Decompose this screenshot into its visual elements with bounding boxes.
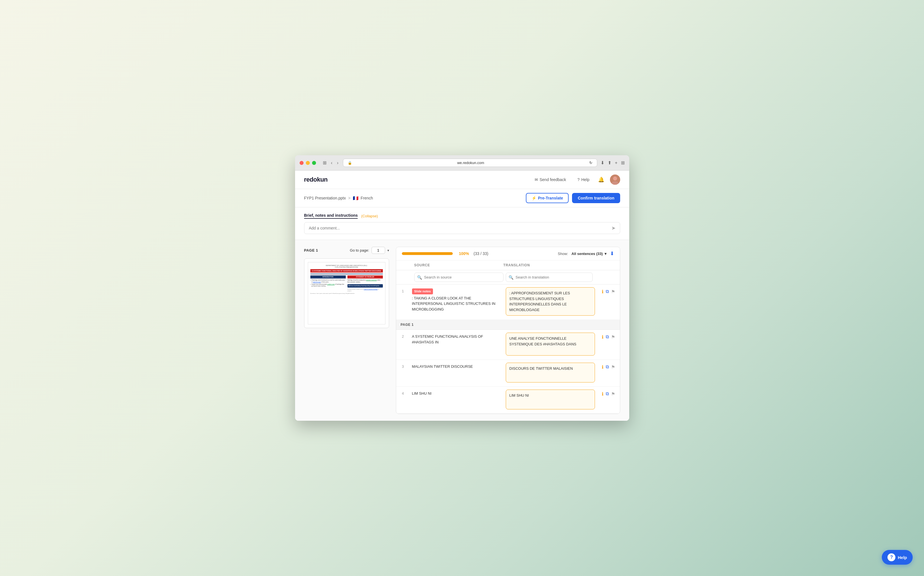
top-nav: redokun ✉ Send feedback ? Help 🔔 bbox=[295, 171, 629, 189]
copy-icon[interactable]: ⧉ bbox=[606, 334, 609, 339]
show-select-button[interactable]: All sentences (33) ▾ bbox=[571, 251, 606, 256]
chevron-down-icon[interactable]: ▾ bbox=[388, 248, 389, 253]
copy-icon[interactable]: ⧉ bbox=[606, 364, 609, 370]
row-number: 2 bbox=[396, 330, 410, 343]
flag-action-icon[interactable]: ⚑ bbox=[611, 289, 615, 294]
source-search-input[interactable] bbox=[414, 272, 503, 282]
avatar[interactable] bbox=[610, 174, 620, 185]
back-button[interactable]: ‹ bbox=[330, 160, 334, 166]
sidebar-toggle-button[interactable]: ⊞ bbox=[322, 160, 328, 166]
refresh-icon[interactable]: ↻ bbox=[589, 161, 592, 165]
go-to-page-label: Go to page: bbox=[350, 248, 369, 253]
table-row: 2 A SYSTEMIC FUNCTIONAL ANALYSIS OF #HAS… bbox=[396, 330, 620, 360]
source-cell: A SYSTEMIC FUNCTIONAL ANALYSIS OF #HASHT… bbox=[410, 330, 503, 349]
page-number-input[interactable] bbox=[372, 247, 385, 254]
help-button[interactable]: ? Help bbox=[575, 176, 592, 184]
brief-title: Brief, notes and instructions bbox=[304, 213, 358, 219]
progress-count: (33 / 33) bbox=[474, 251, 488, 256]
left-panel: PAGE 1 Go to page: ▾ DEPARTMENT OF LANGU… bbox=[304, 247, 389, 414]
source-search-icon: 🔍 bbox=[417, 275, 422, 280]
traffic-lights bbox=[300, 161, 316, 165]
export-button[interactable]: ⬇ bbox=[610, 250, 614, 257]
close-button[interactable] bbox=[300, 161, 303, 165]
collapse-button[interactable]: (Collapse) bbox=[361, 214, 378, 218]
slide-notes-badge: Slide notes bbox=[412, 288, 433, 294]
go-to-page: Go to page: ▾ bbox=[350, 247, 389, 254]
breadcrumb-actions: ⚡ Pre-Translate Confirm translation bbox=[526, 193, 620, 203]
slide-col-intro: INTRODUCTION ▪ #Hashtags were introduced… bbox=[310, 275, 346, 291]
source-cell: Slide notes : TAKING A CLOSER LOOK AT TH… bbox=[410, 285, 503, 316]
comment-input[interactable] bbox=[304, 222, 620, 234]
send-feedback-button[interactable]: ✉ Send feedback bbox=[532, 176, 569, 184]
lock-icon: 🔒 bbox=[348, 161, 352, 165]
row-number: 4 bbox=[396, 387, 410, 400]
tabs-icon[interactable]: ⊞ bbox=[621, 160, 625, 165]
address-bar[interactable]: 🔒 we.redokun.com ↻ bbox=[343, 158, 597, 167]
translation-table: SOURCE TRANSLATION 🔍 🔍 bbox=[396, 260, 620, 414]
info-icon[interactable]: ℹ bbox=[602, 334, 603, 340]
table-header: SOURCE TRANSLATION bbox=[396, 260, 620, 270]
breadcrumb-separator: > bbox=[348, 196, 350, 200]
flag-action-icon[interactable]: ⚑ bbox=[611, 391, 615, 397]
notifications-button[interactable]: 🔔 bbox=[598, 176, 604, 183]
show-section: Show: All sentences (33) ▾ ⬇ bbox=[558, 250, 614, 257]
slide-title-bar: A SYSTEMIC FUNCTIONAL ANALYSIS OF #HASHT… bbox=[310, 269, 383, 272]
translation-search-wrapper: 🔍 bbox=[506, 272, 593, 282]
forward-button[interactable]: › bbox=[336, 160, 340, 166]
row-actions: ℹ ⧉ ⚑ bbox=[597, 387, 620, 400]
maximize-button[interactable] bbox=[312, 161, 316, 165]
brief-section: Brief, notes and instructions (Collapse)… bbox=[295, 207, 629, 240]
translation-column-header: TRANSLATION bbox=[503, 263, 593, 267]
share-icon[interactable]: ⬆ bbox=[608, 160, 611, 165]
source-search-wrapper: 🔍 bbox=[414, 272, 503, 282]
copy-icon[interactable]: ⧉ bbox=[606, 391, 609, 396]
translation-textarea[interactable] bbox=[506, 390, 595, 410]
send-icon[interactable]: ➤ bbox=[611, 225, 616, 231]
help-widget[interactable]: ? Help bbox=[882, 550, 913, 565]
slide-hashtag-box: #BeTrue #JustKidding #hashtagcoding #som… bbox=[348, 284, 383, 288]
dropdown-icon: ▾ bbox=[605, 251, 606, 256]
info-icon[interactable]: ℹ bbox=[602, 364, 603, 370]
table-row: 3 MALAYSIAN TWITTER DISCOURSE ℹ ⧉ ⚑ bbox=[396, 360, 620, 387]
slide-inner: DEPARTMENT OF LANGUAGES AND LINGUISTICS … bbox=[308, 262, 385, 325]
browser-chrome: ⊞ ‹ › 🔒 we.redokun.com ↻ ⬇ ⬆ + ⊞ bbox=[295, 155, 629, 171]
new-tab-icon[interactable]: + bbox=[615, 160, 617, 165]
breadcrumb-file[interactable]: FYP1 Presentation.pptx bbox=[304, 196, 346, 200]
source-cell: MALAYSIAN TWITTER DISCOURSE bbox=[410, 360, 503, 373]
url-text: we.redokun.com bbox=[354, 161, 587, 165]
pre-translate-button[interactable]: ⚡ Pre-Translate bbox=[526, 193, 569, 203]
flag-action-icon[interactable]: ⚑ bbox=[611, 364, 615, 370]
right-panel: 100% (33 / 33) Show: All sentences (33) … bbox=[396, 247, 620, 414]
browser-controls: ⊞ ‹ › bbox=[322, 160, 340, 166]
slide-col-header-problem: STATEMENT OF PROBLEM bbox=[348, 275, 383, 278]
brief-header: Brief, notes and instructions (Collapse) bbox=[304, 213, 620, 219]
confirm-translation-button[interactable]: Confirm translation bbox=[572, 193, 620, 203]
minimize-button[interactable] bbox=[306, 161, 310, 165]
main-content: PAGE 1 Go to page: ▾ DEPARTMENT OF LANGU… bbox=[295, 240, 629, 421]
progress-percent: 100% bbox=[459, 251, 469, 256]
row-actions: ℹ ⧉ ⚑ bbox=[597, 330, 620, 343]
translation-textarea[interactable] bbox=[506, 363, 595, 382]
info-icon[interactable]: ℹ bbox=[602, 289, 603, 294]
page-nav: PAGE 1 Go to page: ▾ bbox=[304, 247, 389, 254]
copy-icon[interactable]: ⧉ bbox=[606, 289, 609, 294]
slide-dept-text: DEPARTMENT OF LANGUAGES AND LINGUISTICS … bbox=[310, 265, 383, 268]
help-widget-label: Help bbox=[898, 555, 907, 560]
info-icon[interactable]: ℹ bbox=[602, 391, 603, 397]
page-section-label: PAGE 1 bbox=[396, 320, 620, 330]
slide-thumbnail: DEPARTMENT OF LANGUAGES AND LINGUISTICS … bbox=[304, 258, 389, 328]
progress-bar-row: 100% (33 / 33) Show: All sentences (33) … bbox=[396, 247, 620, 260]
row-actions: ℹ ⧉ ⚑ bbox=[597, 285, 620, 298]
question-icon: ? bbox=[578, 178, 580, 182]
flag-action-icon[interactable]: ⚑ bbox=[611, 334, 615, 340]
source-column-header: SOURCE bbox=[414, 263, 503, 267]
progress-fill bbox=[402, 252, 453, 255]
slide-col-header-intro: INTRODUCTION bbox=[310, 275, 346, 278]
flag-icon: 🇫🇷 bbox=[353, 195, 359, 201]
translation-textarea[interactable] bbox=[506, 287, 595, 316]
help-widget-icon: ? bbox=[887, 554, 895, 561]
translation-search-input[interactable] bbox=[506, 272, 593, 282]
app-content: redokun ✉ Send feedback ? Help 🔔 bbox=[295, 171, 629, 421]
downloads-icon[interactable]: ⬇ bbox=[601, 160, 604, 165]
translation-textarea[interactable] bbox=[506, 333, 595, 355]
